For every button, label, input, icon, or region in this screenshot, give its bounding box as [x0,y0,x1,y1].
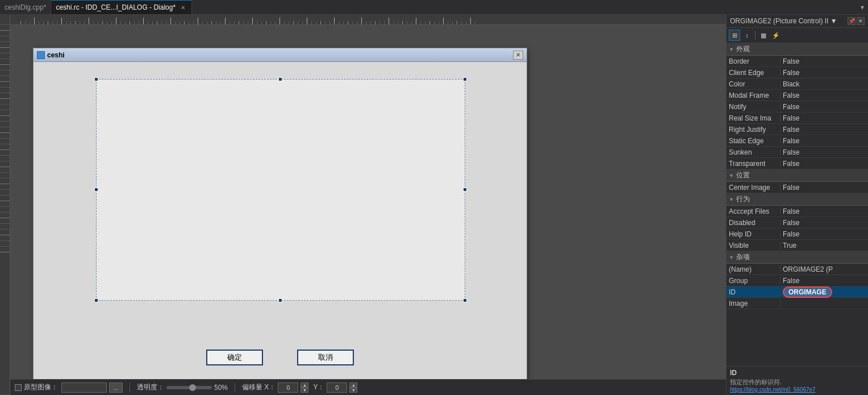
prop-row-real-size[interactable]: Real Size Ima False [727,113,868,124]
prop-row-center-image[interactable]: Center Image False [727,182,868,193]
sort-alphabetically-button[interactable]: ↕ [741,30,753,41]
separator-1 [130,383,130,392]
prop-name-image: Image [727,300,781,307]
prop-row-image[interactable]: Image [727,298,868,309]
prop-desc-text: 指定控件的标识符. [730,378,865,386]
offset-x-input[interactable]: 0 [278,382,298,393]
handle-top-center[interactable] [278,77,282,81]
opacity-value: 50% [214,384,228,392]
prop-row-help-id[interactable]: Help ID False [727,228,868,240]
properties-page-button[interactable]: ▦ [758,30,769,41]
prop-desc-link[interactable]: https://blog.csdn.net/m0_56067e7 [730,386,865,393]
handle-top-right[interactable] [463,77,467,81]
section-behavior: ▼ 行为 Acccept Files False Disabled False … [727,193,868,251]
tab-scroll-arrow[interactable]: ▾ [857,0,868,15]
right-panel-title: ORGIMAGE2 (Picture Control) II ▼ [730,17,837,25]
prop-row-client-edge[interactable]: Client Edge False [727,67,868,78]
prop-name-static-edge: Static Edge [727,137,781,145]
prop-row-border[interactable]: Border False [727,56,868,67]
prop-value-real-size: False [781,114,868,122]
handle-top-left[interactable] [94,77,98,81]
ruler-horizontal [10,15,726,25]
center-panel: ceshi ✕ [10,15,726,395]
tab-dialog-label: ceshi.rc - IDD_CE...I_DIALOG - Dialog* [56,3,176,11]
opacity-label: 透明度： [137,382,164,392]
offset-y-down[interactable]: ▼ [349,388,357,393]
prop-value-static-edge: False [781,137,868,145]
prop-value-id: ORGIMAGE [781,286,868,298]
handle-bottom-center[interactable] [278,298,282,302]
opacity-slider-thumb[interactable] [189,384,196,391]
cancel-button[interactable]: 取消 [297,350,354,365]
prop-name-notify: Notify [727,103,781,111]
prototype-image-label: 原型图像： [24,382,58,392]
handle-bottom-left[interactable] [94,298,98,302]
tab-bar: ceshiDlg.cpp* ceshi.rc - IDD_CE...I_DIAL… [0,0,868,15]
handle-bottom-right[interactable] [463,298,467,302]
section-appearance: ▼ 外观 Border False Client Edge False Colo… [727,43,868,169]
picture-control[interactable] [96,79,465,301]
offset-y-spinners[interactable]: ▲ ▼ [349,382,357,393]
offset-y-item: Y： 0 ▲ ▼ [313,382,357,393]
prototype-image-browse-button[interactable]: ... [109,382,123,393]
prop-row-static-edge[interactable]: Static Edge False [727,135,868,147]
prop-row-disabled[interactable]: Disabled False [727,217,868,228]
offset-x-spinners[interactable]: ▲ ▼ [301,382,308,393]
panel-close-button[interactable]: ✕ [857,17,865,25]
prop-name-border: Border [727,57,781,65]
dialog-close-button[interactable]: ✕ [513,51,523,60]
section-behavior-arrow: ▼ [729,197,734,202]
offset-x-item: 偏移量 X： 0 ▲ ▼ [242,382,308,393]
tab-close-icon[interactable]: ✕ [179,3,187,11]
prop-desc-title: ID [730,369,865,377]
dialog-window: ceshi ✕ [33,48,527,379]
prop-row-color[interactable]: Color Black [727,78,868,90]
prop-row-visible[interactable]: Visible True [727,240,868,251]
prop-row-name[interactable]: (Name) ORGIMAGE2 (P [727,264,868,275]
prop-name-real-size: Real Size Ima [727,114,781,122]
dialog-title-icon [37,51,45,59]
offset-x-down[interactable]: ▼ [301,388,308,393]
prop-name-right-justify: Right Justify [727,126,781,134]
section-misc: ▼ 杂项 (Name) ORGIMAGE2 (P Group False ID … [727,251,868,309]
offset-y-up[interactable]: ▲ [349,382,357,388]
right-panel-header: ORGIMAGE2 (Picture Control) II ▼ 📌 ✕ [727,15,868,28]
panel-pin-button[interactable]: 📌 [848,17,856,25]
prop-row-accept-files[interactable]: Acccept Files False [727,206,868,217]
toolbar-separator [755,31,756,40]
tab-dialog[interactable]: ceshi.rc - IDD_CE...I_DIALOG - Dialog* ✕ [51,0,192,14]
offset-y-input[interactable]: 0 [327,382,347,393]
prop-row-group[interactable]: Group False [727,275,868,286]
offset-x-up[interactable]: ▲ [301,382,308,388]
prop-value-client-edge: False [781,69,868,77]
prop-row-sunken[interactable]: Sunken False [727,147,868,158]
prop-row-modal-frame[interactable]: Modal Frame False [727,90,868,101]
handle-middle-right[interactable] [463,188,467,192]
events-page-button[interactable]: ⚡ [770,30,782,41]
section-behavior-header[interactable]: ▼ 行为 [727,193,868,206]
opacity-slider[interactable] [166,386,212,389]
prop-row-id[interactable]: ID ORGIMAGE [727,286,868,298]
prop-name-accept-files: Acccept Files [727,207,781,215]
handle-middle-left[interactable] [94,188,98,192]
canvas-area[interactable]: ceshi ✕ [10,25,726,379]
prop-value-center-image: False [781,184,868,192]
section-appearance-header[interactable]: ▼ 外观 [727,43,868,56]
prop-name-disabled: Disabled [727,219,781,227]
confirm-button[interactable]: 确定 [206,350,263,365]
prop-value-accept-files: False [781,207,868,215]
section-position-header[interactable]: ▼ 位置 [727,169,868,182]
prop-row-transparent[interactable]: Transparent False [727,158,868,169]
prototype-image-checkbox[interactable] [15,384,22,391]
sort-by-category-button[interactable]: ⊞ [729,30,740,41]
prop-name-transparent: Transparent [727,160,781,168]
prop-row-right-justify[interactable]: Right Justify False [727,124,868,135]
dialog-title-text: ceshi [47,51,511,59]
prop-name-visible: Visible [727,242,781,250]
tab-ceshidlg[interactable]: ceshiDlg.cpp* [0,0,51,14]
section-misc-label: 杂项 [736,252,750,262]
prop-row-notify[interactable]: Notify False [727,101,868,113]
section-misc-header[interactable]: ▼ 杂项 [727,251,868,264]
prop-name-help-id: Help ID [727,230,781,238]
ruler-vertical [0,15,10,395]
